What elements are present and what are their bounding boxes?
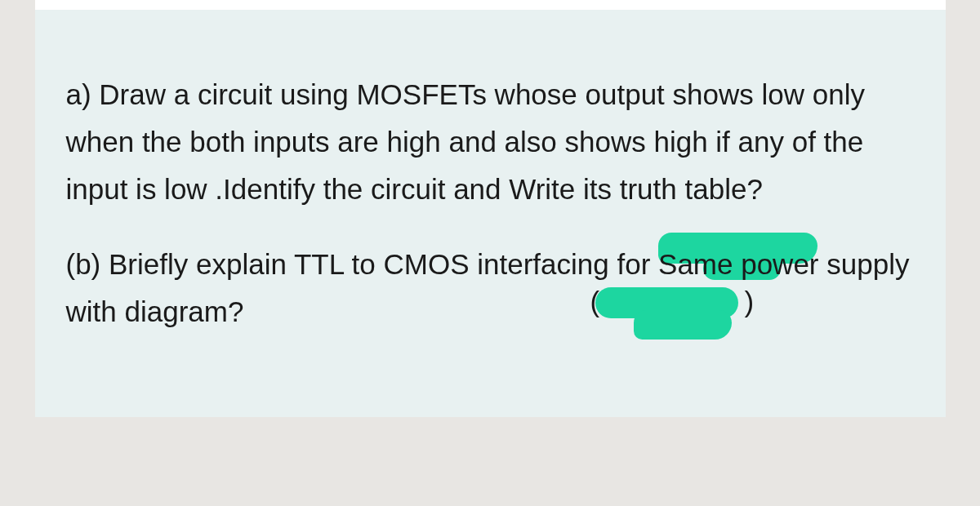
highlight-marker-icon <box>634 310 732 340</box>
question-b-text: (b) Briefly explain TTL to CMOS interfac… <box>66 241 915 335</box>
page-container: a) Draw a circuit using MOSFETs whose ou… <box>35 0 946 417</box>
question-a-block: a) Draw a circuit using MOSFETs whose ou… <box>66 71 915 212</box>
question-a-text: a) Draw a circuit using MOSFETs whose ou… <box>66 71 915 212</box>
content-card: a) Draw a circuit using MOSFETs whose ou… <box>35 10 946 417</box>
question-b-block: (b) Briefly explain TTL to CMOS interfac… <box>66 241 915 335</box>
top-white-strip <box>35 0 946 10</box>
paren-close: ) <box>745 286 755 318</box>
